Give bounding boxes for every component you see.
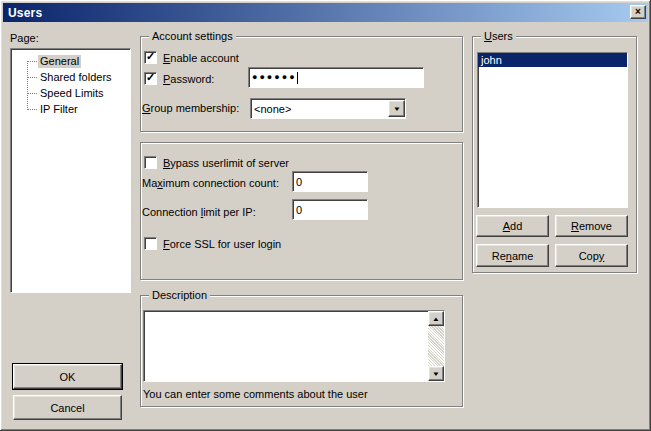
add-button-label: Add — [503, 220, 523, 232]
rename-button-label: Rename — [492, 250, 534, 262]
password-value: ●●●●●● — [252, 73, 297, 82]
arrow-down-icon: ▼ — [432, 371, 440, 377]
description-caption: Description — [149, 289, 210, 302]
tree-item-label[interactable]: IP Filter — [38, 103, 80, 116]
text-caret — [297, 72, 298, 84]
page-tree[interactable]: General Shared folders Speed Limits IP F… — [10, 48, 131, 293]
password-label[interactable]: Password: — [163, 73, 214, 85]
tree-item-ip-filter[interactable]: IP Filter — [11, 103, 130, 117]
enable-account-label[interactable]: Enable account — [163, 52, 239, 64]
combo-dropdown-button[interactable]: ▼ — [388, 100, 405, 117]
max-connection-value: 0 — [296, 176, 302, 188]
bypass-userlimit-label[interactable]: Bypass userlimit of server — [163, 157, 289, 169]
user-list-item[interactable]: john — [478, 53, 627, 67]
users-caption: Users — [481, 30, 516, 43]
group-membership-select[interactable]: <none> ▼ — [250, 98, 406, 119]
connection-limit-ip-label: Connection limit per IP: — [142, 206, 256, 218]
tree-item-label[interactable]: Speed Limits — [38, 87, 106, 100]
window-title: Users — [3, 6, 42, 20]
remove-button-label: Remove — [571, 220, 612, 232]
group-membership-label: Group membership: — [142, 102, 239, 114]
remove-button[interactable]: Remove — [555, 215, 628, 237]
description-hint: You can enter some comments about the us… — [143, 388, 368, 400]
connection-limit-ip-input[interactable]: 0 — [292, 199, 368, 220]
titlebar[interactable]: Users × — [3, 3, 648, 22]
tree-item-general[interactable]: General — [11, 55, 130, 69]
chevron-down-icon: ▼ — [392, 106, 400, 112]
close-button[interactable]: × — [630, 5, 646, 19]
checkmark-icon: ✓ — [146, 51, 155, 62]
cancel-button[interactable]: Cancel — [13, 395, 122, 420]
tree-item-label[interactable]: Shared folders — [38, 71, 114, 84]
tree-item-shared-folders[interactable]: Shared folders — [11, 71, 130, 85]
user-name: john — [481, 54, 502, 66]
scroll-up-button[interactable]: ▲ — [428, 311, 444, 326]
copy-button[interactable]: Copy — [555, 244, 628, 267]
tree-item-label[interactable]: General — [38, 55, 81, 68]
page-label: Page: — [10, 32, 39, 44]
ok-button-label: OK — [60, 371, 76, 383]
ok-button[interactable]: OK — [13, 364, 122, 389]
password-checkbox[interactable]: ✓ — [144, 72, 157, 85]
group-membership-value: <none> — [251, 103, 388, 115]
description-scrollbar[interactable]: ▲ ▼ — [428, 311, 444, 381]
cancel-button-label: Cancel — [50, 402, 84, 414]
force-ssl-label[interactable]: Force SSL for user login — [163, 238, 281, 250]
tree-item-speed-limits[interactable]: Speed Limits — [11, 87, 130, 101]
scroll-down-button[interactable]: ▼ — [428, 366, 444, 381]
checkmark-icon: ✓ — [146, 72, 155, 83]
copy-button-label: Copy — [579, 250, 605, 262]
rename-button[interactable]: Rename — [476, 244, 549, 267]
add-button[interactable]: Add — [476, 215, 549, 237]
password-input[interactable]: ●●●●●● — [248, 67, 424, 88]
users-dialog: Users × Page: General Shared folders Spe… — [0, 0, 651, 431]
max-connection-label: Maximum connection count: — [142, 177, 279, 189]
max-connection-input[interactable]: 0 — [292, 171, 368, 192]
description-textarea[interactable]: ▲ ▼ — [143, 310, 445, 382]
account-settings-caption: Account settings — [149, 30, 236, 43]
enable-account-checkbox[interactable]: ✓ — [144, 51, 157, 64]
close-icon: × — [635, 7, 641, 17]
connection-limit-ip-value: 0 — [296, 204, 302, 216]
arrow-up-icon: ▲ — [432, 316, 440, 322]
users-listbox[interactable]: john — [477, 52, 628, 208]
bypass-userlimit-checkbox[interactable]: ✓ — [144, 156, 157, 169]
force-ssl-checkbox[interactable]: ✓ — [144, 237, 157, 250]
